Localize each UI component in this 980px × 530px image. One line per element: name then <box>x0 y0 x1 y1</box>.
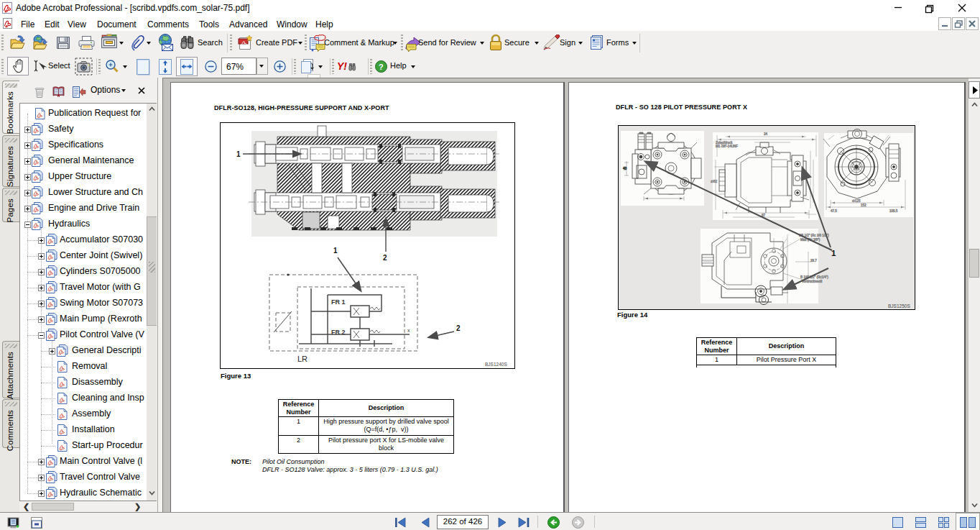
svg-text:M1 7/8"-14UNF: M1 7/8"-14UNF <box>716 145 738 148</box>
svg-text:152: 152 <box>861 204 866 207</box>
svg-text:∅125: ∅125 <box>852 199 861 203</box>
svg-text:1: 1 <box>236 150 241 158</box>
svg-text:Y!: Y! <box>337 60 347 72</box>
svg-text:106.5: 106.5 <box>889 209 898 213</box>
svg-text:47.5: 47.5 <box>831 209 837 213</box>
svg-text:∅82: ∅82 <box>711 180 717 183</box>
svg-text:FR 1: FR 1 <box>331 298 346 306</box>
svg-text:BJS1240S: BJS1240S <box>485 362 507 367</box>
svg-text:B 1/4" 1/2" (Rc1/4"): B 1/4" 1/2" (Rc1/4") <box>800 275 828 279</box>
svg-text:39.7: 39.7 <box>810 259 817 262</box>
svg-text:?: ? <box>379 63 384 71</box>
svg-text:x: x <box>407 328 410 333</box>
svg-text:2: 2 <box>383 254 387 262</box>
svg-text:1: 1 <box>831 249 836 257</box>
svg-text:2: 2 <box>456 324 461 332</box>
svg-text:40: 40 <box>623 167 627 170</box>
svg-text:LR: LR <box>297 355 308 363</box>
svg-text:34: 34 <box>764 132 768 136</box>
svg-text:FR 2: FR 2 <box>331 329 346 336</box>
svg-text:Vordruckventil: Vordruckventil <box>802 280 822 283</box>
svg-text:1: 1 <box>333 247 338 255</box>
svg-text:BJS1250S: BJS1250S <box>888 303 910 309</box>
